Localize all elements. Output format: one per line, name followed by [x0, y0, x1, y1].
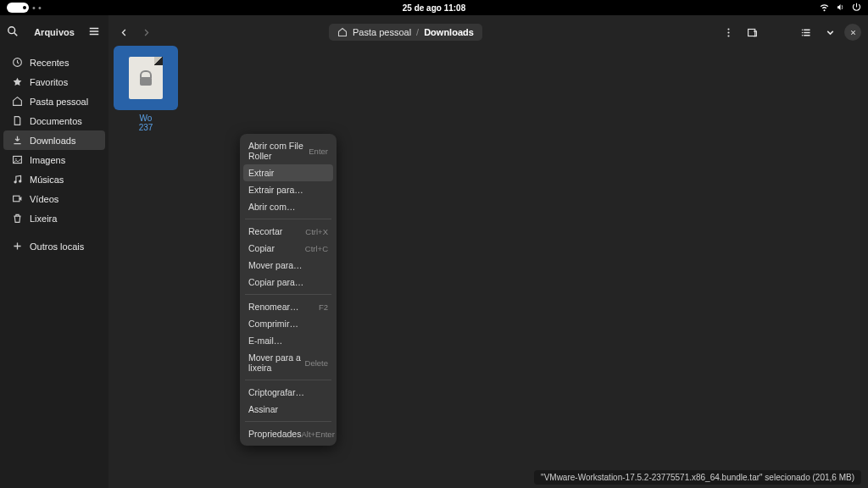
path-home[interactable]: Pasta pessoal	[353, 27, 411, 37]
power-icon[interactable]	[852, 3, 861, 14]
sidebar-item-músicas[interactable]: Músicas	[3, 169, 105, 189]
svg-point-10	[727, 35, 729, 36]
svg-point-6	[19, 180, 21, 182]
svg-point-4	[15, 158, 17, 160]
home-icon	[337, 27, 348, 37]
sidebar-item-label: Músicas	[30, 175, 64, 185]
menu-item-label: Criptografar…	[248, 387, 304, 397]
svg-point-0	[8, 27, 15, 34]
menu-item-criptografar[interactable]: Criptografar…	[243, 384, 333, 401]
star-icon	[12, 76, 23, 87]
sidebar-item-label: Imagens	[30, 155, 65, 165]
home-icon	[12, 96, 23, 107]
menu-item-label: Extrair	[248, 168, 274, 178]
menu-item-renomear[interactable]: Renomear…F2	[243, 298, 333, 315]
clock-icon	[12, 57, 23, 68]
menu-item-propriedades[interactable]: PropriedadesAlt+Enter	[243, 425, 333, 442]
context-menu: Abrir com File RollerEnterExtrairExtrair…	[240, 134, 337, 446]
menu-item-label: Comprimir…	[248, 319, 298, 329]
menu-item-shortcut: Delete	[305, 358, 328, 368]
path-separator: /	[416, 27, 419, 37]
menu-item-shortcut: Ctrl+C	[305, 244, 328, 253]
search-icon[interactable]	[7, 25, 20, 39]
gnome-topbar: • • 25 de ago 11:08	[0, 0, 868, 15]
menu-item-label: E-mail…	[248, 336, 282, 346]
menu-item-extrair[interactable]: Extrair	[243, 164, 333, 181]
svg-point-14	[801, 34, 803, 36]
menu-item-e-mail[interactable]: E-mail…	[243, 332, 333, 349]
close-button[interactable]	[844, 24, 861, 41]
menu-item-assinar[interactable]: Assinar	[243, 401, 333, 418]
sidebar-item-label: Lixeira	[30, 214, 57, 224]
archive-icon	[129, 57, 163, 99]
activities-pill[interactable]: • •	[7, 3, 42, 13]
menu-item-comprimir[interactable]: Comprimir…	[243, 315, 333, 332]
menu-item-label: Copiar para…	[248, 277, 303, 287]
topbar-datetime[interactable]: 25 de ago 11:08	[403, 3, 465, 13]
nav-forward-button[interactable]	[137, 22, 154, 42]
menu-item-label: Mover para a lixeira	[248, 352, 305, 373]
trash-icon	[12, 213, 23, 224]
new-tab-icon[interactable]	[743, 22, 761, 42]
menu-separator	[245, 380, 331, 380]
path-current[interactable]: Downloads	[424, 27, 474, 37]
sidebar-item-lixeira[interactable]: Lixeira	[3, 208, 105, 228]
file-thumbnail	[114, 46, 178, 110]
hamburger-icon[interactable]	[88, 25, 102, 39]
menu-item-recortar[interactable]: RecortarCtrl+X	[243, 223, 333, 240]
sidebar-item-label: Pasta pessoal	[30, 97, 88, 107]
menu-item-label: Abrir com…	[248, 202, 295, 212]
svg-point-5	[14, 180, 16, 183]
kebab-menu-icon[interactable]	[719, 22, 737, 42]
download-icon	[12, 135, 23, 146]
sidebar-item-vídeos[interactable]: Vídeos	[3, 189, 105, 208]
svg-line-1	[14, 33, 18, 36]
sidebar-other-locations[interactable]: Outros locais	[3, 236, 105, 256]
sidebar-title: Arquivos	[20, 27, 88, 37]
menu-item-shortcut: Alt+Enter	[301, 430, 334, 439]
file-item[interactable]: Wo237	[114, 46, 178, 132]
header-bar: Pasta pessoal / Downloads	[108, 15, 868, 49]
main-pane: Pasta pessoal / Downloads Wo237	[108, 15, 868, 488]
plus-icon	[12, 241, 23, 252]
nav-back-button[interactable]	[115, 22, 132, 42]
sidebar-item-label: Favoritos	[30, 77, 68, 87]
sidebar-item-documentos[interactable]: Documentos	[3, 111, 105, 130]
menu-item-label: Recortar	[248, 226, 282, 236]
path-bar[interactable]: Pasta pessoal / Downloads	[329, 24, 482, 41]
svg-rect-7	[14, 196, 19, 202]
menu-item-label: Mover para…	[248, 260, 303, 270]
sidebar-item-recentes[interactable]: Recentes	[3, 53, 105, 72]
status-bar: "VMware-Workstation-17.5.2-23775571.x86_…	[534, 470, 861, 485]
view-list-icon[interactable]	[797, 22, 815, 42]
wifi-icon[interactable]	[820, 3, 829, 14]
sidebar-item-favoritos[interactable]: Favoritos	[3, 72, 105, 92]
menu-item-abrir-com[interactable]: Abrir com…	[243, 198, 333, 215]
menu-item-label: Propriedades	[248, 429, 301, 439]
menu-item-label: Renomear…	[248, 302, 299, 312]
menu-separator	[245, 294, 331, 295]
volume-icon[interactable]	[836, 3, 845, 14]
svg-point-9	[727, 31, 729, 33]
music-icon	[12, 174, 23, 185]
image-icon	[12, 154, 23, 165]
sidebar-item-label: Downloads	[30, 136, 75, 146]
menu-item-label: Extrair para…	[248, 185, 303, 195]
svg-rect-11	[748, 29, 754, 36]
menu-item-mover-para[interactable]: Mover para…	[243, 257, 333, 274]
svg-point-12	[801, 29, 803, 30]
menu-item-label: Assinar	[248, 404, 278, 414]
sidebar-item-label: Recentes	[30, 58, 69, 68]
menu-item-copiar-para[interactable]: Copiar para…	[243, 274, 333, 291]
video-icon	[12, 193, 23, 204]
menu-item-abrir-com-file-roller[interactable]: Abrir com File RollerEnter	[243, 137, 333, 164]
menu-item-copiar[interactable]: CopiarCtrl+C	[243, 240, 333, 257]
sidebar-item-imagens[interactable]: Imagens	[3, 150, 105, 169]
menu-item-extrair-para[interactable]: Extrair para…	[243, 181, 333, 198]
menu-item-mover-para-a-lixeira[interactable]: Mover para a lixeiraDelete	[243, 349, 333, 376]
chevron-down-icon[interactable]	[821, 22, 839, 42]
nautilus-window: Arquivos RecentesFavoritosPasta pessoalD…	[0, 15, 868, 488]
sidebar-item-pasta-pessoal[interactable]: Pasta pessoal	[3, 92, 105, 111]
sidebar-item-downloads[interactable]: Downloads	[3, 130, 105, 150]
file-grid[interactable]: Wo237 Abrir com File RollerEnterExtrairE…	[108, 49, 868, 488]
